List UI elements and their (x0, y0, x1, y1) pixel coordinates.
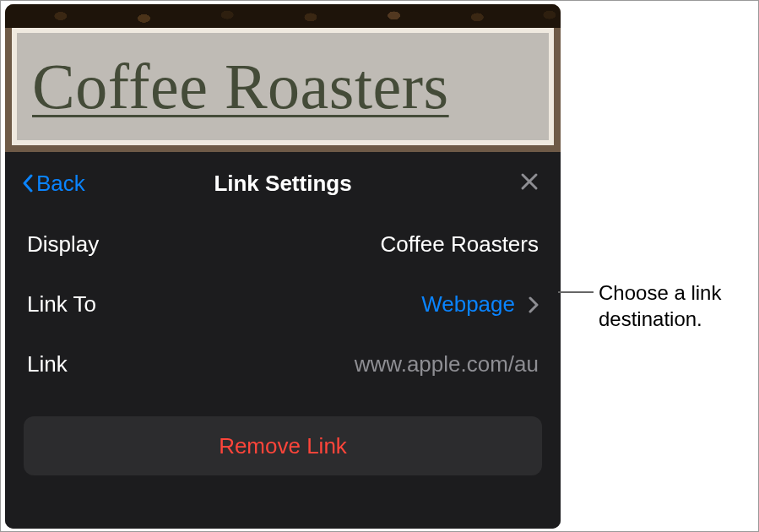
link-field[interactable]: www.apple.com/au (355, 351, 539, 377)
coffee-beans-image (5, 4, 561, 28)
annotation-callout: Choose a link destination. (558, 280, 751, 332)
link-row[interactable]: Link www.apple.com/au (5, 334, 561, 394)
link-label: Link (27, 351, 68, 377)
chevron-right-icon (529, 296, 539, 313)
display-value: Coffee Roasters (381, 231, 539, 258)
panel-header: Back Link Settings (5, 159, 561, 208)
back-label: Back (36, 171, 85, 197)
settings-rows: Display Coffee Roasters Link To Webpage … (5, 208, 561, 394)
callout-leader-line (558, 291, 594, 293)
document-preview: Coffee Roasters (5, 4, 561, 152)
link-to-value: Webpage (421, 291, 539, 318)
callout-text: Choose a link destination. (599, 280, 751, 332)
link-to-value-text: Webpage (421, 291, 515, 318)
document-title-link[interactable]: Coffee Roasters (32, 50, 449, 123)
link-to-row[interactable]: Link To Webpage (5, 274, 561, 334)
selected-link-text[interactable]: Coffee Roasters (17, 33, 549, 140)
display-label: Display (27, 231, 99, 258)
remove-link-label: Remove Link (219, 433, 347, 459)
back-button[interactable]: Back (22, 171, 85, 197)
close-button[interactable] (520, 171, 539, 197)
close-icon (520, 172, 539, 191)
link-to-label: Link To (27, 291, 96, 318)
link-settings-panel: Back Link Settings Display Coffee Roaste… (5, 152, 561, 529)
panel-title: Link Settings (214, 171, 351, 197)
remove-link-button[interactable]: Remove Link (24, 416, 542, 475)
display-row[interactable]: Display Coffee Roasters (5, 214, 561, 274)
chevron-left-icon (22, 174, 33, 193)
